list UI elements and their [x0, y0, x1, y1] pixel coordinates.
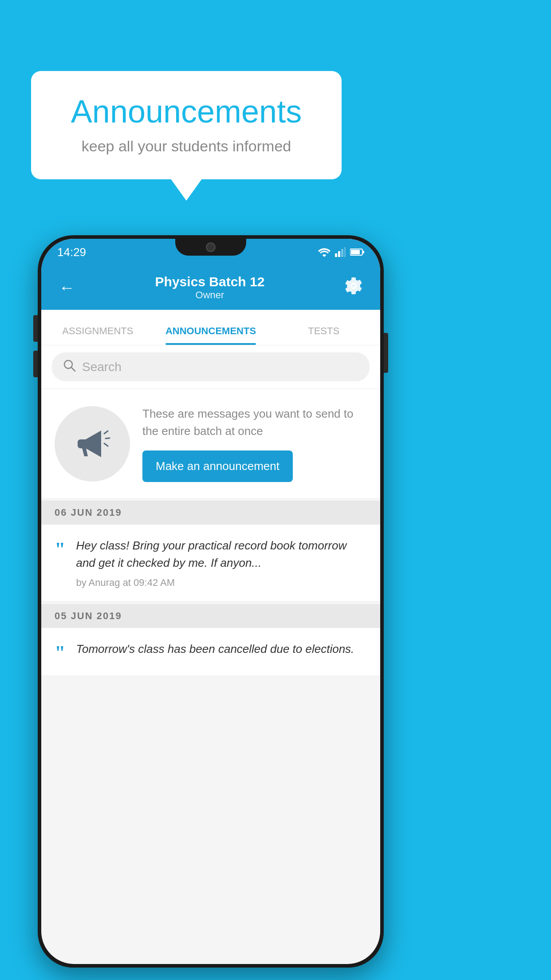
volume-up-button — [33, 315, 38, 342]
bubble-title: Announcements — [58, 93, 315, 130]
announcement-text-2: Tomorrow's class has been cancelled due … — [76, 640, 367, 658]
app-bar-title-container: Physics Batch 12 Owner — [79, 274, 340, 301]
tab-tests[interactable]: TESTS — [267, 325, 380, 345]
signal-icon — [335, 247, 346, 257]
tab-announcements[interactable]: ANNOUNCEMENTS — [154, 325, 268, 345]
batch-name: Physics Batch 12 — [79, 274, 340, 289]
search-container: Search — [41, 345, 380, 388]
megaphone-circle — [55, 406, 130, 482]
tabs-bar: ASSIGNMENTS ANNOUNCEMENTS TESTS — [41, 310, 380, 345]
svg-rect-0 — [335, 253, 337, 257]
batch-role: Owner — [79, 289, 340, 301]
date-divider-1: 06 JUN 2019 — [41, 501, 380, 525]
announcement-content-1: Hey class! Bring your practical record b… — [76, 537, 367, 589]
status-bar: 14:29 — [41, 239, 380, 265]
announcement-meta-1: by Anurag at 09:42 AM — [76, 577, 367, 589]
announcement-item-2[interactable]: " Tomorrow's class has been cancelled du… — [41, 628, 380, 676]
volume-down-button — [33, 351, 38, 377]
svg-rect-1 — [338, 251, 340, 257]
content-area: Search These are messages you want to se… — [41, 345, 380, 676]
settings-button[interactable] — [340, 273, 367, 303]
app-bar: ← Physics Batch 12 Owner — [41, 265, 380, 310]
svg-line-10 — [106, 438, 110, 439]
announcement-item-1[interactable]: " Hey class! Bring your practical record… — [41, 525, 380, 601]
status-time: 14:29 — [57, 245, 86, 259]
svg-rect-2 — [341, 249, 343, 257]
notch — [175, 239, 246, 256]
announcement-prompt: These are messages you want to send to t… — [41, 389, 380, 498]
search-icon — [63, 359, 76, 375]
back-button[interactable]: ← — [55, 274, 79, 301]
announcement-text-1: Hey class! Bring your practical record b… — [76, 537, 367, 572]
svg-line-11 — [104, 443, 108, 446]
wifi-icon — [318, 247, 331, 257]
status-icons — [318, 247, 364, 257]
quote-icon-1: " — [55, 537, 65, 589]
search-bar[interactable]: Search — [52, 352, 370, 381]
power-button — [384, 333, 388, 373]
tab-assignments[interactable]: ASSIGNMENTS — [41, 325, 154, 345]
svg-rect-5 — [351, 250, 360, 254]
search-placeholder: Search — [82, 360, 122, 374]
gear-icon — [345, 277, 362, 295]
megaphone-icon — [72, 424, 112, 464]
speech-bubble-card: Announcements keep all your students inf… — [31, 71, 342, 179]
prompt-right: These are messages you want to send to t… — [142, 405, 367, 482]
announcement-content-2: Tomorrow's class has been cancelled due … — [76, 640, 367, 663]
phone-frame: 14:29 — [38, 235, 384, 968]
svg-line-8 — [71, 368, 75, 371]
prompt-description: These are messages you want to send to t… — [142, 405, 367, 440]
battery-icon — [350, 248, 364, 256]
svg-rect-6 — [363, 251, 364, 253]
svg-line-9 — [104, 431, 108, 434]
bubble-subtitle: keep all your students informed — [58, 138, 315, 155]
svg-rect-3 — [344, 247, 346, 257]
quote-icon-2: " — [55, 640, 65, 663]
date-divider-2: 05 JUN 2019 — [41, 604, 380, 628]
phone-screen: 14:29 — [41, 239, 380, 964]
camera — [206, 242, 216, 252]
make-announcement-button[interactable]: Make an announcement — [142, 450, 293, 482]
